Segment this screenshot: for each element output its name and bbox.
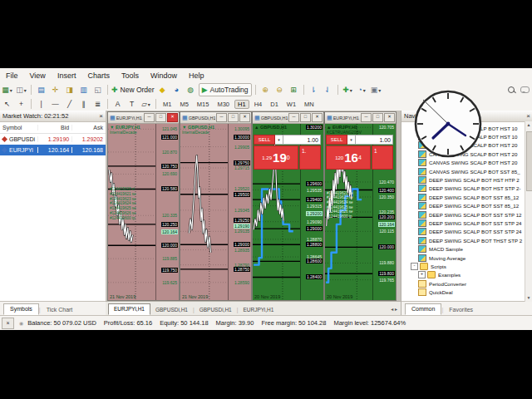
close-button[interactable]: ✕ xyxy=(312,113,323,122)
chart-tab-3[interactable]: EURJPYi,H1 xyxy=(238,305,278,315)
experts-icon[interactable]: ◕ xyxy=(170,84,183,96)
tree-item-canvas-swing-scalp-bot-sst-85_[interactable]: CANVAS SWING SCALP BOT SST 85_ xyxy=(403,167,532,175)
periods-icon[interactable]: ◔▾ xyxy=(356,84,368,96)
timeframe-M5[interactable]: M5 xyxy=(176,100,191,109)
arrange-horizontal-icon[interactable]: ⇃ xyxy=(322,84,334,96)
templates-icon[interactable]: ▣▾ xyxy=(370,84,382,96)
menu-help[interactable]: Help xyxy=(183,71,210,80)
data-window-icon[interactable]: ✛ xyxy=(49,84,62,96)
tree-item-canvas-swing-scalp-bot-hst-20[interactable]: CANVAS SWING SCALP BOT HST 20 xyxy=(403,159,532,167)
close-button[interactable]: ✕ xyxy=(167,113,178,122)
timeframe-W1[interactable]: W1 xyxy=(283,100,299,109)
autotrading-button[interactable]: ▶AutoTrading xyxy=(199,83,252,96)
label-icon[interactable]: T xyxy=(126,98,138,110)
sell-price-button[interactable]: 1.29190 xyxy=(254,145,298,170)
navigator-scrollbar[interactable]: ▲ ▼ xyxy=(525,121,532,302)
tree-item-deep-swing-scalp-bot-sst-85_12[interactable]: DEEP SWING SCALP BOT SST 85_12 xyxy=(403,193,532,201)
menu-tools[interactable]: Tools xyxy=(116,71,145,80)
cursor-icon[interactable]: ↖ xyxy=(1,98,13,110)
arrange-vertical-icon[interactable]: ⇂ xyxy=(308,84,320,96)
vline-icon[interactable]: | xyxy=(35,98,47,110)
channel-icon[interactable]: ∥ xyxy=(77,98,90,110)
tree-item-examples[interactable]: +Examples xyxy=(403,271,532,279)
symbol-row-EURJPYi[interactable]: EURJPYi120.164120.168 xyxy=(0,145,106,155)
chat-icon[interactable] xyxy=(519,84,531,96)
volume-dropdown-icon[interactable]: ▾ xyxy=(347,135,356,145)
timeframe-D1[interactable]: D1 xyxy=(267,100,282,109)
indicators-icon[interactable]: ✚▾ xyxy=(342,84,354,96)
terminal-icon[interactable]: ▥ xyxy=(77,84,90,96)
scroll-down-icon[interactable]: ▼ xyxy=(525,294,532,302)
tab-favorites[interactable]: Favorites xyxy=(443,305,479,315)
timeframe-M30[interactable]: M30 xyxy=(214,100,233,109)
shapes-icon[interactable]: ▱▾ xyxy=(140,98,152,110)
minimize-button[interactable]: ─ xyxy=(361,113,372,122)
close-icon[interactable]: × xyxy=(99,113,103,120)
sell-button[interactable]: SELL xyxy=(254,135,275,145)
zoom-in-icon[interactable]: ⊕ xyxy=(259,84,272,96)
metaeditor-icon[interactable]: ◆ xyxy=(156,84,169,96)
tree-item-quickdeal[interactable]: QuickDeal xyxy=(403,288,532,296)
tree-item-deep-swing-scalp-bot-sst-stp-2[interactable]: DEEP SWING SCALP BOT SST STP 24 xyxy=(403,228,532,236)
tree-item-moving-average[interactable]: Moving Average xyxy=(403,254,532,262)
maximize-button[interactable]: □ xyxy=(300,113,311,122)
chart-tab-0[interactable]: EURJPYi,H1 xyxy=(108,303,150,315)
sell-price-button[interactable]: 120164 xyxy=(326,145,371,170)
tree-item-scripts[interactable]: -Scripts xyxy=(403,262,532,270)
chart-window-titlebar[interactable]: ▦EURJPYi,H1─□✕ xyxy=(108,112,179,124)
tree-item-deep-swing-scalp-bot-hst-stp-2[interactable]: DEEP SWING SCALP BOT HST STP 2- xyxy=(403,185,532,193)
market-watch-icon[interactable]: ▤ xyxy=(35,84,47,96)
symbol-row-GBPUSDi[interactable]: GBPUSDi1.291901.29202 xyxy=(0,134,106,145)
tab-common[interactable]: Common xyxy=(405,303,441,315)
new-order-button[interactable]: ✚New Order xyxy=(111,84,155,96)
tab-tick-chart[interactable]: Tick Chart xyxy=(41,305,79,315)
minimize-button[interactable]: ─ xyxy=(288,113,299,122)
menu-charts[interactable]: Charts xyxy=(81,71,116,80)
menu-insert[interactable]: Insert xyxy=(52,71,82,80)
tree-item-deep-swing-scalp-bot-sst-85_12[interactable]: DEEP SWING SCALP BOT SST 85_12 xyxy=(403,202,532,210)
strategy-tester-icon[interactable]: ◱ xyxy=(91,84,104,96)
globe-icon[interactable]: ◍ xyxy=(185,84,197,96)
tile-windows-icon[interactable]: ⊞ xyxy=(288,84,300,96)
chart-tab-2[interactable]: GBPUSDi,H1 xyxy=(195,305,237,315)
buy-price-button[interactable]: 1. xyxy=(299,145,321,170)
crosshair-icon[interactable]: + xyxy=(15,98,27,110)
tree-item-periodconverter[interactable]: PeriodConverter xyxy=(403,279,532,288)
timeframe-MN[interactable]: MN xyxy=(301,100,318,109)
profiles-icon[interactable]: ◫▾ xyxy=(15,84,27,96)
new-chart-icon[interactable]: ▦▾ xyxy=(1,84,13,96)
tree-item-macd-sample[interactable]: MACD Sample xyxy=(403,244,532,253)
minimize-button[interactable]: ─ xyxy=(216,113,227,122)
hline-icon[interactable]: — xyxy=(49,98,62,110)
sell-button[interactable]: SELL xyxy=(326,135,347,145)
volume-field[interactable]: 1.00 xyxy=(283,135,321,145)
timeframe-M15[interactable]: M15 xyxy=(194,100,213,109)
chart-window-titlebar[interactable]: ▦EURJPYi,H1─□✕ xyxy=(325,112,396,124)
volume-field[interactable]: 1.00 xyxy=(356,135,393,145)
scroll-up-icon[interactable]: ▲ xyxy=(525,121,532,129)
collapse-icon[interactable]: - xyxy=(411,263,418,270)
buy-price-button[interactable]: 1 xyxy=(372,145,393,170)
close-icon[interactable]: × xyxy=(526,113,530,120)
tree-item-deep-swing-scalp-bot-thst-stp-[interactable]: DEEP SWING SCALP BOT THST STP 2 xyxy=(403,236,532,244)
minimize-button[interactable]: ─ xyxy=(144,113,155,122)
tab-scroll-arrows[interactable]: ◂ ▸ xyxy=(391,306,397,315)
close-button[interactable]: ✕ xyxy=(239,113,250,122)
scrollbar-thumb[interactable] xyxy=(526,131,532,191)
status-close-button[interactable]: × xyxy=(2,318,14,329)
close-button[interactable]: ✕ xyxy=(384,113,395,122)
menu-window[interactable]: Window xyxy=(145,71,183,80)
maximize-button[interactable]: □ xyxy=(372,113,383,122)
tree-item-deep-swing-scalp-bot-sst-stp-1[interactable]: DEEP SWING SCALP BOT SST STP 12 xyxy=(403,210,532,219)
timeframe-H4[interactable]: H4 xyxy=(251,100,266,109)
chart-tab-1[interactable]: GBPUSDi,H1 xyxy=(150,305,193,315)
chart-window-titlebar[interactable]: ▦GBPUSDi,H1─□✕ xyxy=(180,112,251,124)
navigator-icon[interactable]: ◨ xyxy=(63,84,76,96)
fibo-icon[interactable]: ≣ xyxy=(91,98,104,110)
timeframe-H1[interactable]: H1 xyxy=(234,100,249,109)
tab-symbols[interactable]: Symbols xyxy=(3,303,39,315)
maximize-button[interactable]: □ xyxy=(228,113,239,122)
text-icon[interactable]: A xyxy=(111,98,124,110)
timeframe-M1[interactable]: M1 xyxy=(160,100,175,109)
search-icon[interactable] xyxy=(505,84,517,96)
